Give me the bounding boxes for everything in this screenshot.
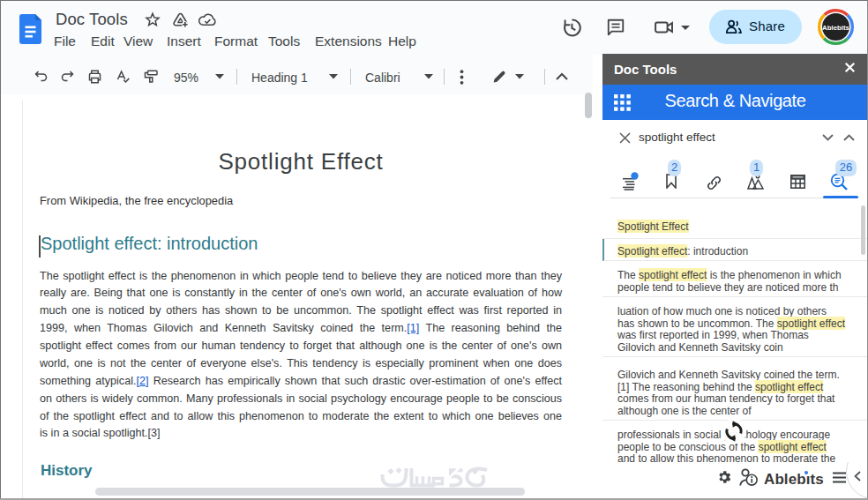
svg-text:Ablebits: Ablebits bbox=[822, 24, 849, 32]
